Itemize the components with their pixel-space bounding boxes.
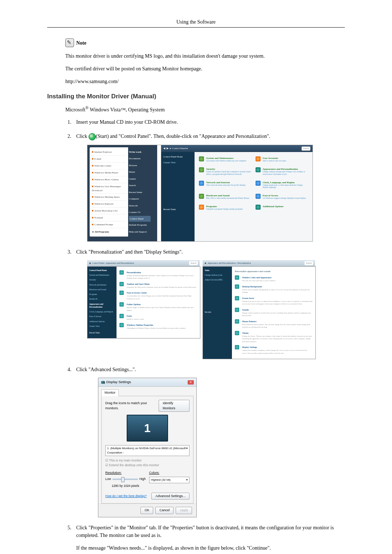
cp-sidebar-item[interactable]: Classic View [163,161,192,164]
help-link[interactable]: How do I get the best display? [105,494,147,498]
start-right-item[interactable]: Music [129,169,151,176]
start-orb-icon [89,133,96,140]
all-programs[interactable]: ▸ All Programs [91,229,127,235]
cp-category[interactable]: ProgramsUninstall a program Change start… [199,204,252,213]
slider-track[interactable] [113,479,138,480]
sidebar-item[interactable]: Clock, Language, and Region [89,310,115,313]
start-right-item[interactable]: Default Programs [129,222,151,229]
ok-button[interactable]: OK [140,507,153,514]
start-item[interactable]: Internet Explorer [91,149,127,156]
start-right-item[interactable]: Games [129,176,151,182]
search-input[interactable]: Search [305,261,313,265]
sidebar-item[interactable]: Change desktop icons [205,274,230,276]
appearance-main: PersonalizationChange desktop background… [117,267,200,338]
breadcrumb[interactable]: Control Panel › Appearance and Personali… [92,262,134,265]
start-item[interactable]: Windows Explorer [91,201,127,208]
sidebar-item[interactable]: System and Maintenance [89,274,115,276]
search-input[interactable]: Search [302,147,310,151]
sidebar-item[interactable]: Control Panel Home [89,269,115,272]
cp-category[interactable]: Network and InternetView network status … [199,180,252,192]
nav-back-icon[interactable]: ◀ [89,262,91,265]
start-right-item[interactable]: Connect To [129,209,151,216]
start-right-item[interactable]: Computer [129,196,151,202]
chk-extend[interactable]: ☑ Extend the desktop onto this monitor [105,463,189,468]
monitor-select[interactable]: 1. (Multiple Monitors) on NVIDIA GeForce… [105,445,189,456]
breadcrumb[interactable]: ▸ Control Panel ▸ [170,147,188,151]
cp-category[interactable]: Hardware and SoundPlay CDs or other medi… [199,193,252,202]
start-right-item[interactable]: Network [129,202,151,209]
nav-back-icon[interactable]: ◀ [163,147,165,151]
sidebar-item[interactable]: Adjust font size (DPI) [205,278,230,281]
cancel-button[interactable]: Cancel [155,507,173,514]
cp-category[interactable]: SecurityCheck for updates Check this com… [199,167,252,178]
apply-button[interactable]: Apply [176,507,192,514]
start-right-item[interactable]: Recent Items [129,189,151,196]
start-user: Write work [129,149,151,156]
appearance-row[interactable]: FontsInstall or remove a font [119,313,197,322]
start-left-column: Internet Explorer E-mail Welcome Center … [90,147,128,237]
step-2-b: (Start) and "Control Panel". Then, doubl… [96,134,270,139]
start-right-controlpanel[interactable]: Control Panel [129,216,151,222]
sidebar-item[interactable]: Security [89,278,115,281]
vista-start-menu: Internet Explorer E-mail Welcome Center … [87,145,157,241]
close-icon[interactable]: ✕ [188,380,194,385]
cp-category[interactable]: Additional Options [256,204,309,213]
start-item[interactable]: Windows Live Messenger Download [91,183,127,194]
start-item[interactable]: Welcome Center [91,163,127,169]
pers-row[interactable]: Mouse PointersPick a different mouse poi… [235,319,313,330]
start-item[interactable]: E-mail [91,156,127,163]
start-item[interactable]: Windows Photo Gallery [91,176,127,183]
resolution-slider[interactable]: Low High [105,477,146,481]
sidebar-item[interactable]: Mobile PC [89,297,115,300]
start-right-item[interactable]: Search [129,182,151,189]
cp-category[interactable]: Clock, Language, and RegionChange keyboa… [256,180,309,192]
note-text-2: The certified driver will be posted on S… [65,65,345,73]
step-5b: If the message "Windows needs..." is dis… [76,544,345,552]
colors-select[interactable]: Highest (32 bit) [149,477,189,483]
appearance-row[interactable]: Ease of Access CenterAccommodate low vis… [119,290,197,301]
search-input[interactable]: Search [189,261,198,265]
os-prefix: Microsoft [65,107,85,112]
start-right-item[interactable]: Help and Support [129,229,151,235]
pers-row[interactable]: SoundsChange which sounds are heard when… [235,307,313,319]
sidebar-item[interactable]: Network and Internet [89,283,115,286]
note-label: Note [76,39,86,47]
appearance-row[interactable]: Taskbar and Start MenuCustomize the Star… [119,281,197,290]
appearance-row[interactable]: Windows Sidebar PropertiesAdd gadgets to… [119,322,197,331]
start-right-item[interactable]: Pictures [129,162,151,169]
pers-row[interactable]: ThemeChange the theme. Themes can change… [235,330,313,345]
nav-fwd-icon[interactable]: ▶ [167,147,168,151]
start-item[interactable]: Windows Media Player [91,169,127,176]
appearance-row[interactable]: Folder OptionsSpecify single- or double-… [119,301,197,313]
breadcrumb[interactable]: Appearance and Personalization › Persona… [208,262,251,265]
cp-sidebar-item[interactable]: Control Panel Home [163,155,192,159]
cp-category-appearance[interactable]: Appearance and PersonalizationChange des… [256,167,309,178]
pers-row-display-settings[interactable]: Display SettingsAdjust your monitor reso… [235,344,313,356]
advanced-settings-button[interactable]: Advanced Settings... [151,493,189,500]
start-item[interactable]: Windows Meeting Space [91,194,127,201]
ds-titlebar: 📺 Display Settings ✕ [98,378,196,386]
chk-main-monitor[interactable]: ☑ This is my main monitor [105,458,189,463]
tab-monitor[interactable]: Monitor [101,389,119,397]
appearance-row[interactable]: PersonalizationChange desktop background… [119,270,197,281]
sidebar-item[interactable]: Ease of Access [89,315,115,318]
start-item[interactable]: Command Prompt [91,221,127,228]
step-1: Insert your Manual CD into your CD-ROM d… [73,118,345,126]
pers-row[interactable]: Desktop BackgroundChoose from available … [235,284,313,295]
start-item[interactable]: Adobe Photoshop CS2 [91,208,127,214]
sidebar-item[interactable]: Classic View [89,325,115,328]
start-item[interactable]: Notepad [91,214,127,221]
sidebar-item[interactable]: Additional Options [89,320,115,323]
identify-monitors-button[interactable]: Identify Monitors [159,400,189,412]
sidebar-item-active[interactable]: Appearance and Personalization [89,303,115,309]
pers-row[interactable]: Screen SaverChange your screen saver or … [235,295,313,307]
cp-category[interactable]: User AccountsAdd or remove user accounts [256,156,309,165]
nav-back-icon[interactable]: ◀ [204,262,206,265]
start-right-item[interactable]: Documents [129,155,151,162]
pers-row[interactable]: Window Color and AppearanceFine tune the… [235,275,313,284]
cp-category[interactable]: Ease of AccessLet Windows suggest settin… [256,193,309,202]
monitor-preview[interactable]: 1 [127,415,168,442]
sidebar-item[interactable]: Hardware and Sound [89,288,115,291]
cp-category[interactable]: System and MaintenanceGet started with W… [199,156,252,165]
sidebar-item[interactable]: Programs [89,293,115,296]
